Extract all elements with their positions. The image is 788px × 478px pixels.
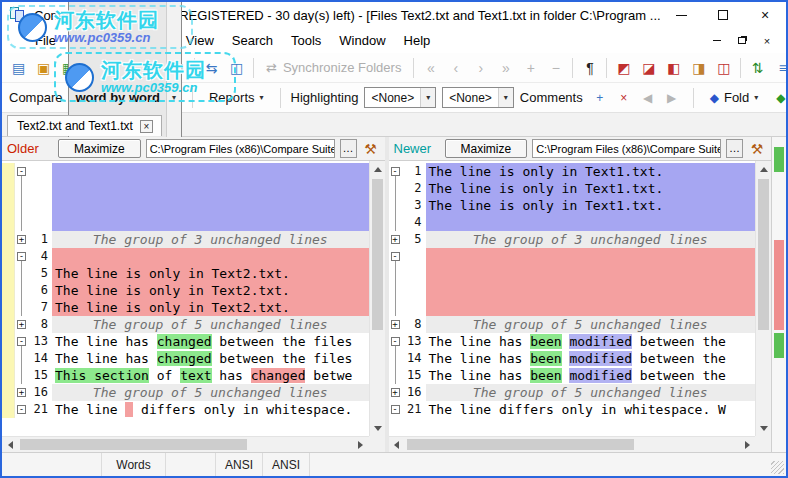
tab-close-icon[interactable]: × (140, 120, 153, 133)
split-view-icon[interactable]: ◫ (224, 56, 249, 80)
menu-search[interactable]: Search (223, 30, 282, 51)
copy-to-left-icon[interactable]: + (518, 56, 543, 80)
fold-button[interactable]: ◆ Fold ▾ (704, 87, 765, 108)
fold-plus-icon[interactable]: + (391, 388, 400, 397)
fold-minus-icon[interactable]: - (391, 252, 400, 261)
highlighting-value-1: <None> (365, 91, 420, 105)
compare-files-icon[interactable]: ▤ (6, 56, 31, 80)
scroll-up-arrow[interactable] (370, 161, 385, 177)
add-comment-icon[interactable]: + (589, 87, 611, 109)
copy-to-right-icon[interactable]: − (543, 56, 568, 80)
next-comment-icon[interactable]: ▶ (661, 87, 683, 109)
minimize-button[interactable] (660, 3, 702, 27)
previous-comment-icon[interactable]: ◀ (637, 87, 659, 109)
statistics-icon[interactable]: ⇅ (745, 56, 770, 80)
horizontal-scroll-thumb[interactable] (407, 439, 634, 450)
compare-folders-icon[interactable]: ▣ (31, 56, 56, 80)
scroll-left-arrow[interactable] (2, 437, 18, 452)
fold-connector-line (395, 214, 396, 231)
delete-comment-icon[interactable]: × (613, 87, 635, 109)
highlighting-select-2[interactable]: <None> ▾ (442, 87, 514, 108)
fold-plus-icon[interactable]: + (391, 320, 400, 329)
code-row: 3The line is only in Text1.txt. (389, 197, 756, 214)
maximize-button[interactable] (702, 3, 744, 27)
word-by-word-mode-icon[interactable]: ◪ (636, 56, 661, 80)
fold-minus-icon[interactable]: - (17, 252, 26, 261)
toolbar-separator (572, 58, 573, 78)
scroll-up-arrow[interactable] (756, 161, 771, 177)
newer-path-field[interactable]: C:\Program Files (x86)\Compare Suite\sa (532, 139, 721, 158)
fold-minus-icon[interactable]: - (391, 405, 400, 414)
code-row: 6The line is only in Text2.txt. (2, 282, 369, 299)
fold-gutter-cell: + (389, 384, 404, 401)
older-horizontal-scrollbar[interactable] (2, 436, 369, 452)
next-change-icon[interactable]: › (468, 56, 493, 80)
fold-minus-icon[interactable]: - (17, 405, 26, 414)
line-by-line-mode-icon[interactable]: ◧ (661, 56, 686, 80)
file-list-icon[interactable]: ≡ (770, 56, 788, 80)
code-row: 5The line is only in Text2.txt. (2, 265, 369, 282)
older-maximize-button[interactable]: Maximize (58, 139, 141, 158)
newer-options-button[interactable]: ⚒ (748, 139, 766, 158)
older-browse-button[interactable]: … (340, 139, 357, 158)
horizontal-scroll-thumb[interactable] (20, 439, 247, 450)
first-change-icon[interactable]: « (418, 56, 443, 80)
reports-button[interactable]: Reports ▾ (203, 87, 270, 108)
code-line: The line is only in Text2.txt. (52, 265, 369, 282)
moved-blocks-icon[interactable]: ⇆ (199, 56, 224, 80)
change-map-strip[interactable] (771, 137, 786, 452)
mdi-minimize-button[interactable] (706, 32, 728, 50)
fold-plus-icon[interactable]: + (17, 320, 26, 329)
synchronize-folders-button[interactable]: ⇄Synchronize Folders (258, 60, 409, 75)
right-arrow-icon (358, 441, 363, 449)
code-line: This section of text has changed betwe (52, 367, 369, 384)
fold-plus-icon[interactable]: + (391, 235, 400, 244)
line-number: 1 (30, 231, 52, 248)
scroll-down-arrow[interactable] (370, 420, 385, 436)
resize-grip[interactable] (771, 461, 784, 474)
close-button[interactable]: × (744, 3, 786, 27)
older-options-button[interactable]: ⚒ (362, 139, 380, 158)
wrench-icon: ⚒ (364, 141, 377, 157)
newer-vertical-scrollbar[interactable] (755, 161, 771, 436)
fold-minus-icon[interactable]: - (391, 337, 400, 346)
menu-help[interactable]: Help (395, 30, 440, 51)
scroll-down-arrow[interactable] (756, 420, 771, 436)
menu-tools[interactable]: Tools (282, 30, 330, 51)
newer-maximize-button[interactable]: Maximize (445, 139, 528, 158)
menu-file[interactable]: File (26, 30, 65, 51)
mdi-restore-button[interactable] (731, 32, 753, 50)
compare-toolbar: Compare word by word ▾ Reports ▾ Highlig… (2, 83, 786, 113)
fold-gutter-cell (389, 197, 404, 214)
newer-browse-button[interactable]: … (726, 139, 743, 158)
vertical-scroll-thumb[interactable] (372, 179, 383, 330)
highlighting-select-1[interactable]: <None> ▾ (364, 87, 436, 108)
fold-plus-icon[interactable]: + (17, 388, 26, 397)
scroll-left-arrow[interactable] (389, 437, 405, 452)
fold-gutter-cell: - (15, 333, 30, 350)
fold-minus-icon[interactable]: - (391, 167, 400, 176)
vertical-scroll-thumb[interactable] (758, 179, 769, 330)
no-comparison-mode-icon[interactable]: ◫ (711, 56, 736, 80)
fold-minus-icon[interactable]: - (17, 337, 26, 346)
fold-gutter-cell (389, 282, 404, 299)
menu-window[interactable]: Window (330, 30, 394, 51)
scroll-right-arrow[interactable] (353, 437, 369, 452)
mdi-close-button[interactable]: × (756, 32, 778, 50)
older-path-field[interactable]: C:\Program Files (x86)\Compare Suite\sam (146, 139, 335, 158)
fold-plus-icon[interactable]: + (17, 235, 26, 244)
window-controls: × (660, 3, 786, 27)
newer-horizontal-scrollbar[interactable] (389, 436, 756, 452)
previous-change-icon[interactable]: ‹ (443, 56, 468, 80)
formatting-marks-icon[interactable]: ¶ (577, 56, 602, 80)
code-line: The line is only in Text1.txt. (426, 163, 756, 180)
fold-minus-icon[interactable]: - (17, 167, 26, 176)
last-change-icon[interactable]: » (493, 56, 518, 80)
older-vertical-scrollbar[interactable] (369, 161, 385, 436)
unfold-button[interactable]: ◆ Unfold ▾ (770, 87, 788, 108)
tab-text2-and-text1[interactable]: Text2.txt and Text1.txt × (7, 115, 162, 136)
menu-view[interactable]: View (177, 30, 223, 51)
keywords-mode-icon[interactable]: ◨ (686, 56, 711, 80)
char-by-char-mode-icon[interactable]: ◩ (611, 56, 636, 80)
scroll-right-arrow[interactable] (739, 437, 755, 452)
